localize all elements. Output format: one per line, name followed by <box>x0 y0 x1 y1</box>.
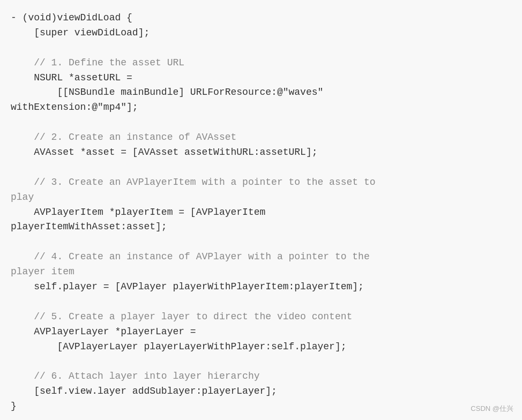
code-line: player item <box>11 266 74 277</box>
code-line: playerItemWithAsset:asset]; <box>11 221 167 232</box>
code-line: AVAsset *asset = [AVAsset assetWithURL:a… <box>11 147 318 158</box>
code-line: } <box>11 401 17 411</box>
code-line: // 4. Create an instance of AVPlayer wit… <box>11 251 370 262</box>
code-line: // 5. Create a player layer to direct th… <box>11 311 352 322</box>
code-line: NSURL *assetURL = <box>11 72 132 83</box>
code-line: [super viewDidLoad]; <box>11 27 150 38</box>
code-line: - (void)viewDidLoad { <box>11 12 132 23</box>
watermark: CSDN @仕兴 <box>471 404 513 414</box>
code-line: // 6. Attach layer into layer hierarchy <box>11 371 260 381</box>
code-line: [AVPlayerLayer playerLayerWithPlayer:sel… <box>11 341 347 352</box>
code-line: [[NSBundle mainBundle] URLForResource:@"… <box>11 87 323 98</box>
code-line: // 1. Define the asset URL <box>11 57 184 68</box>
code-container: - (void)viewDidLoad { [super viewDidLoad… <box>0 0 522 420</box>
code-line: play <box>11 192 34 202</box>
code-line: // 3. Create an AVPlayerItem with a poin… <box>11 177 376 188</box>
code-line: [self.view.layer addSublayer:playerLayer… <box>11 386 277 396</box>
code-line: // 2. Create an instance of AVAsset <box>11 132 236 142</box>
code-line: AVPlayerLayer *playerLayer = <box>11 326 196 337</box>
code-block: - (void)viewDidLoad { [super viewDidLoad… <box>11 11 506 414</box>
code-line: AVPlayerItem *playerItem = [AVPlayerItem <box>11 207 265 218</box>
code-line: withExtension:@"mp4"]; <box>11 102 138 112</box>
code-line: self.player = [AVPlayer playerWithPlayer… <box>11 281 364 292</box>
